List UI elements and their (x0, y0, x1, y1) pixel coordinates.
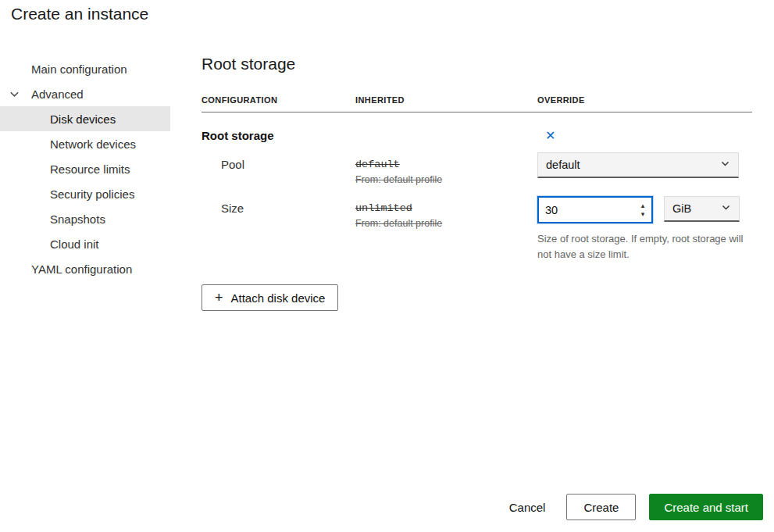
pool-select[interactable]: default (537, 152, 739, 178)
table-row: Pool default From: default profile defau… (202, 142, 752, 185)
attach-disk-device-label: Attach disk device (231, 291, 326, 305)
attach-disk-device-button[interactable]: + Attach disk device (202, 284, 338, 311)
sidebar-item-resource-limits[interactable]: Resource limits (0, 156, 170, 181)
size-unit-select[interactable]: GiB (664, 196, 740, 222)
create-instance-page: Create an instance Main configuration Ad… (0, 0, 774, 532)
create-button[interactable]: Create (566, 494, 636, 520)
size-stepper: ▴ ▾ (634, 198, 651, 222)
sidebar-item-label: Advanced (31, 87, 84, 101)
sidebar-item-cloud-init[interactable]: Cloud init (0, 231, 170, 256)
cancel-button[interactable]: Cancel (501, 494, 554, 520)
size-help-text: Size of root storage. If empty, root sto… (537, 231, 752, 262)
sidebar: Main configuration Advanced Disk devices… (0, 56, 170, 281)
plus-icon: + (215, 291, 223, 305)
size-input-wrapper: ▴ ▾ (537, 196, 653, 223)
footer-actions: Cancel Create Create and start (501, 494, 763, 520)
page-title: Create an instance (11, 5, 148, 23)
chevron-down-icon (9, 88, 20, 100)
table-header-row: CONFIGURATION INHERITED OVERRIDE (202, 95, 752, 112)
pool-inherited-value: default (355, 152, 537, 170)
create-and-start-button[interactable]: Create and start (649, 494, 763, 520)
pool-select-value: default (546, 159, 580, 171)
sidebar-item-disk-devices[interactable]: Disk devices (0, 106, 170, 131)
chevron-down-icon (720, 159, 730, 171)
size-unit-value: GiB (672, 202, 691, 215)
section-heading: Root storage (202, 55, 752, 73)
pool-row-label: Pool (202, 152, 355, 185)
pool-inherited-source: From: default profile (355, 174, 537, 185)
size-row-label: Size (202, 196, 355, 262)
main-panel: Root storage CONFIGURATION INHERITED OVE… (202, 55, 752, 311)
stepper-up-button[interactable]: ▴ (637, 202, 649, 210)
clear-override-button[interactable]: ✕ (544, 130, 557, 142)
sidebar-item-advanced[interactable]: Advanced (0, 81, 170, 106)
sidebar-item-snapshots[interactable]: Snapshots (0, 206, 170, 231)
column-header-configuration: CONFIGURATION (202, 95, 355, 105)
table-row: Root storage ✕ (202, 112, 752, 142)
sidebar-item-network-devices[interactable]: Network devices (0, 131, 170, 156)
column-header-override: OVERRIDE (537, 95, 752, 105)
root-storage-row-label: Root storage (202, 129, 355, 142)
sidebar-item-yaml-configuration[interactable]: YAML configuration (0, 256, 170, 281)
size-inherited-source: From: default profile (355, 218, 537, 229)
size-inherited-value: unlimited (355, 196, 537, 214)
table-row: Size unlimited From: default profile ▴ ▾… (202, 185, 752, 262)
sidebar-item-security-policies[interactable]: Security policies (0, 181, 170, 206)
column-header-inherited: INHERITED (355, 95, 537, 105)
sidebar-item-main-configuration[interactable]: Main configuration (0, 56, 170, 81)
stepper-down-button[interactable]: ▾ (637, 210, 649, 219)
chevron-down-icon (721, 202, 731, 215)
size-input[interactable] (539, 198, 634, 222)
